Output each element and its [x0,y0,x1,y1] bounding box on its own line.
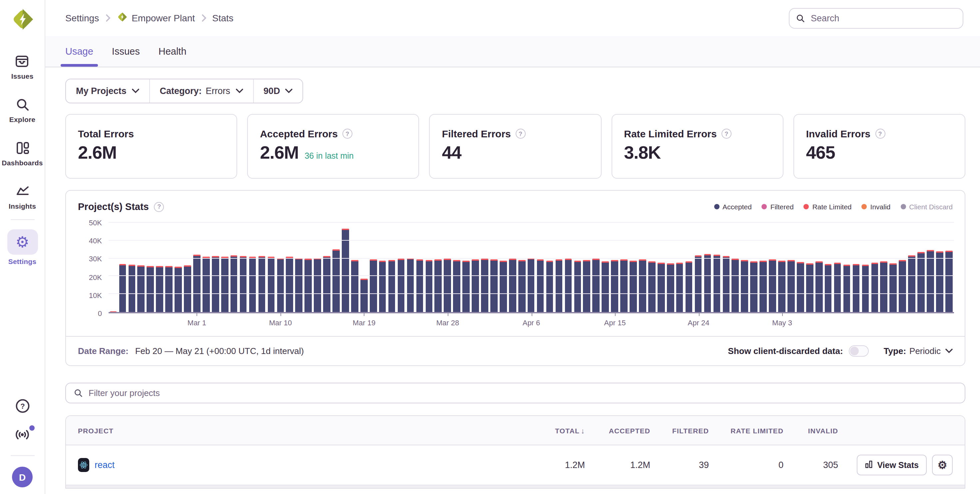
legend-item[interactable]: Client Discard [900,203,953,211]
chart-bar[interactable] [137,223,146,312]
chart-bar[interactable] [815,223,824,312]
category-dropdown[interactable]: Category: Errors [149,79,253,103]
project-search-input[interactable] [65,382,965,403]
chart-bar[interactable] [898,223,907,312]
help-tooltip-icon[interactable]: ? [875,129,885,139]
search-input[interactable] [789,8,963,28]
chart-bar[interactable] [592,223,601,312]
chart-bar[interactable] [601,223,610,312]
chart-bar[interactable] [861,223,870,312]
legend-item[interactable]: Invalid [862,203,891,211]
type-dropdown[interactable]: Type: Periodic [884,346,953,356]
chart-bar[interactable] [331,223,341,312]
client-discard-toggle[interactable] [849,345,869,357]
chart-bar[interactable] [731,223,740,312]
help-tooltip-icon[interactable]: ? [154,202,164,212]
chart-bar[interactable] [248,223,257,312]
chart-bar[interactable] [777,223,786,312]
chart-bar[interactable] [889,223,898,312]
sentry-logo-icon[interactable] [10,7,35,32]
chart-bar[interactable] [796,223,805,312]
chart-bar[interactable] [638,223,647,312]
chart-bar[interactable] [508,223,517,312]
chart-bar[interactable] [313,223,322,312]
chart-bar[interactable] [211,223,220,312]
view-stats-button[interactable]: View Stats [856,455,927,475]
chart-bar[interactable] [257,223,266,312]
col-invalid[interactable]: INVALID [783,426,838,434]
chart-bar[interactable] [480,223,489,312]
chart-bar[interactable] [536,223,545,312]
legend-item[interactable]: Accepted [714,203,752,211]
chart-bar[interactable] [944,223,954,312]
chart-bar[interactable] [926,223,935,312]
col-filtered[interactable]: FILTERED [650,426,709,434]
chart-bar[interactable] [786,223,796,312]
chart-bar[interactable] [127,223,137,312]
chart-bar[interactable] [183,223,192,312]
col-total[interactable]: TOTAL↓ [522,426,585,434]
chart-bar[interactable] [396,223,406,312]
date-period-dropdown[interactable]: 90D [253,79,303,103]
tab-issues[interactable]: Issues [112,36,140,67]
chart-bar[interactable] [285,223,294,312]
sidebar-item-settings[interactable]: ⚙ Settings [7,229,38,265]
chart-bar[interactable] [610,223,619,312]
chart-bar[interactable] [628,223,638,312]
chart-bar[interactable] [192,223,202,312]
chart-bar[interactable] [526,223,536,312]
chart-bar[interactable] [239,223,248,312]
chart-bar[interactable] [517,223,527,312]
chart-bar[interactable] [461,223,471,312]
chart-bar[interactable] [220,223,229,312]
chart-bar[interactable] [545,223,554,312]
sidebar-item-explore[interactable]: Explore [10,97,35,123]
project-settings-button[interactable]: ⚙ [932,455,953,475]
chart-bar[interactable] [851,223,861,312]
sidebar-item-issues[interactable]: Issues [11,53,33,80]
chart-bar[interactable] [684,223,694,312]
chart-bar[interactable] [573,223,582,312]
col-rate-limited[interactable]: RATE LIMITED [709,426,783,434]
chart-bar[interactable] [118,223,127,312]
chart-bar[interactable] [694,223,703,312]
sidebar-item-dashboards[interactable]: Dashboards [2,140,43,167]
chart-bar[interactable] [870,223,880,312]
chart-bar[interactable] [387,223,396,312]
help-tooltip-icon[interactable]: ? [342,129,352,139]
chart-bar[interactable] [619,223,628,312]
chart-bar[interactable] [712,223,722,312]
chart-bar[interactable] [833,223,842,312]
chart-bar[interactable] [554,223,564,312]
legend-item[interactable]: Filtered [762,203,794,211]
chart-bar[interactable] [471,223,480,312]
tab-usage[interactable]: Usage [65,36,93,67]
chart-bar[interactable] [907,223,916,312]
chart-bar[interactable] [666,223,675,312]
project-filter-dropdown[interactable]: My Projects [66,79,149,103]
chart-bar[interactable] [415,223,425,312]
chart-bar[interactable] [880,223,889,312]
chart-bar[interactable] [564,223,573,312]
chart-bar[interactable] [155,223,164,312]
chart-bar[interactable] [823,223,833,312]
chart-bar[interactable] [489,223,499,312]
sidebar-item-insights[interactable]: Insights [9,183,36,210]
chart-bar[interactable] [229,223,239,312]
project-link[interactable]: react [95,460,115,470]
chart-bar[interactable] [202,223,211,312]
chart-bar[interactable] [406,223,415,312]
chart-bar[interactable] [499,223,508,312]
chart-bar[interactable] [935,223,944,312]
help-tooltip-icon[interactable]: ? [722,129,732,139]
whats-new-broadcast-icon[interactable] [14,427,31,445]
chart-bar[interactable] [657,223,666,312]
chart-bar[interactable] [276,223,285,312]
chart-bar[interactable] [582,223,592,312]
chart-bar[interactable] [164,223,173,312]
help-tooltip-icon[interactable]: ? [515,129,526,139]
breadcrumb-project[interactable]: Empower Plant [116,11,195,25]
chart-bar[interactable] [703,223,712,312]
chart-bar[interactable] [173,223,183,312]
breadcrumb-settings[interactable]: Settings [65,13,99,23]
